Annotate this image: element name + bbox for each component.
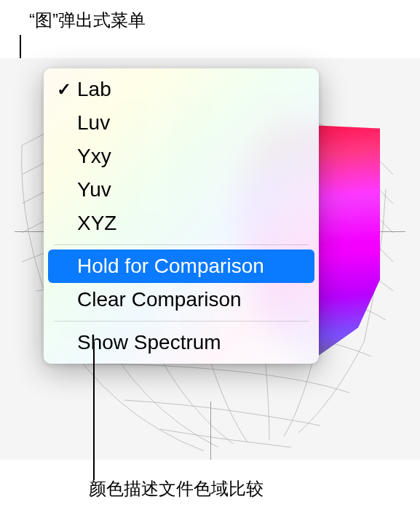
menu-item-yxy[interactable]: Yxy <box>44 140 319 173</box>
menu-item-lab[interactable]: ✓ Lab <box>44 73 319 106</box>
menu-label: Lab <box>77 78 306 101</box>
menu-label: XYZ <box>77 212 306 235</box>
menu-separator <box>54 244 309 245</box>
menu-label: Yxy <box>77 145 306 168</box>
menu-item-luv[interactable]: Luv <box>44 106 319 140</box>
menu-label: Luv <box>77 111 306 135</box>
menu-label: Clear Comparison <box>77 288 306 311</box>
checkmark-icon: ✓ <box>57 79 77 100</box>
menu-item-yuv[interactable]: Yuv <box>44 173 319 207</box>
callout-line-icon <box>93 342 95 480</box>
menu-item-xyz[interactable]: XYZ <box>44 207 319 240</box>
axis-vertical <box>210 402 211 460</box>
menu-item-hold-comparison[interactable]: Hold for Comparison <box>48 249 314 283</box>
plot-popup-menu[interactable]: ✓ Lab Luv Yxy Yuv XYZ Hold for Compariso… <box>44 68 319 364</box>
menu-item-show-spectrum[interactable]: Show Spectrum <box>44 326 319 359</box>
menu-separator <box>54 321 309 322</box>
menu-label: Yuv <box>77 178 306 201</box>
menu-label: Hold for Comparison <box>77 255 306 278</box>
menu-label: Show Spectrum <box>77 331 306 354</box>
callout-top-label: “图”弹出式菜单 <box>29 9 146 32</box>
callout-bottom-label: 颜色描述文件色域比较 <box>89 477 264 500</box>
menu-item-clear-comparison[interactable]: Clear Comparison <box>44 283 319 316</box>
